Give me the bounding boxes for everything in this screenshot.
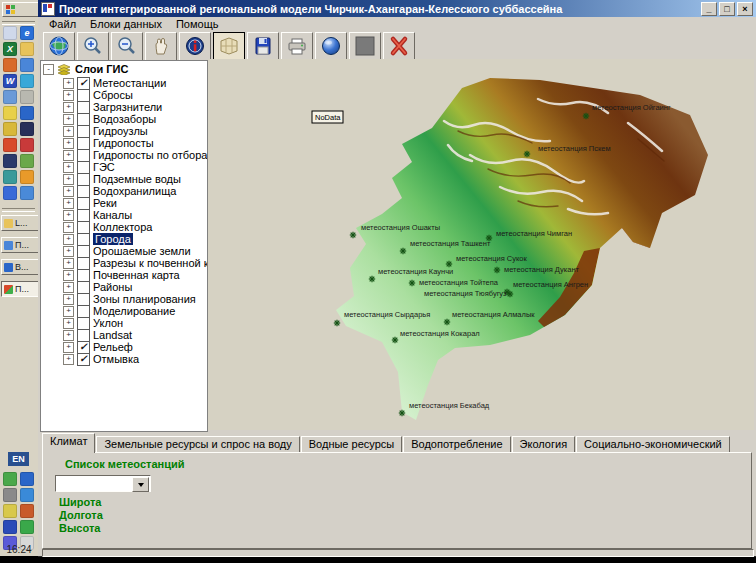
tree-item-gidroposty[interactable]: +Гидропосты: [41, 137, 207, 149]
tray-icon-5[interactable]: [3, 504, 17, 518]
expand-icon[interactable]: +: [63, 306, 74, 317]
tree-item-gidroposty-po-otboram[interactable]: +Гидропосты по отборам: [41, 149, 207, 161]
app-icon-13[interactable]: [3, 122, 17, 136]
tree-item-pochvennaya-karta[interactable]: +Почвенная карта: [41, 269, 207, 281]
tree-item-zony-planirovaniya[interactable]: +Зоны планирования: [41, 293, 207, 305]
tree-item-zagryazniteli[interactable]: +Загрязнители: [41, 101, 207, 113]
zoom-out-button[interactable]: [111, 32, 143, 61]
app-icon-6[interactable]: [20, 58, 34, 72]
tree-item-landsat[interactable]: +Landsat: [41, 329, 207, 341]
expand-icon[interactable]: +: [63, 78, 74, 89]
tree-item-razrezy-k-pochvennoj-karte[interactable]: +Разрезы к почвенной карте: [41, 257, 207, 269]
app-icon-17[interactable]: [3, 154, 17, 168]
folder-icon[interactable]: [20, 42, 34, 56]
ie-icon[interactable]: e: [20, 26, 34, 40]
expand-icon[interactable]: +: [63, 174, 74, 185]
expand-icon[interactable]: +: [63, 198, 74, 209]
tab-vodnye-resursy[interactable]: Водные ресурсы: [301, 436, 402, 453]
collapse-icon[interactable]: -: [43, 64, 54, 75]
tab-vodopotreblenie[interactable]: Водопотребление: [403, 436, 510, 453]
identify-button[interactable]: [179, 32, 211, 61]
expand-icon[interactable]: +: [63, 186, 74, 197]
menu-data-blocks[interactable]: Блоки данных: [84, 18, 168, 30]
expand-icon[interactable]: +: [63, 150, 74, 161]
tree-item-modelirovanie[interactable]: +Моделирование: [41, 305, 207, 317]
gis-layers-tree[interactable]: - Слои ГИС +✓Метеостанции +Сбросы +Загря…: [40, 60, 208, 432]
menu-help[interactable]: Помощь: [170, 18, 225, 30]
language-indicator[interactable]: EN: [8, 452, 29, 466]
expand-icon[interactable]: +: [63, 210, 74, 221]
tree-item-sbrosy[interactable]: +Сбросы: [41, 89, 207, 101]
expand-icon[interactable]: +: [63, 342, 74, 353]
expand-icon[interactable]: +: [63, 102, 74, 113]
app-icon-12[interactable]: [20, 106, 34, 120]
task-button-3[interactable]: В...: [1, 259, 40, 275]
station-dukant[interactable]: метеостанция Дукант: [494, 265, 580, 274]
expand-icon[interactable]: +: [63, 138, 74, 149]
app-icon-11[interactable]: [3, 106, 17, 120]
expand-icon[interactable]: +: [63, 318, 74, 329]
tree-root[interactable]: - Слои ГИС: [41, 63, 207, 75]
excel-icon[interactable]: X: [3, 42, 17, 56]
expand-icon[interactable]: +: [63, 246, 74, 257]
app-icon-1[interactable]: [3, 26, 17, 40]
tab-sotsialno-ekonomicheskij[interactable]: Социально-экономический: [576, 436, 730, 453]
app-icon-20[interactable]: [20, 170, 34, 184]
start-button[interactable]: [2, 2, 39, 17]
expand-icon[interactable]: +: [63, 258, 74, 269]
zoom-in-button[interactable]: [77, 32, 109, 61]
tab-ekologiya[interactable]: Экология: [512, 436, 576, 453]
tray-icon-7[interactable]: [3, 520, 17, 534]
tree-item-vodokhranilishcha[interactable]: +Водохранилища: [41, 185, 207, 197]
save-button[interactable]: [247, 32, 279, 61]
globe-tool-button[interactable]: [315, 32, 347, 61]
titlebar[interactable]: Проект интегрированной региональной моде…: [38, 0, 756, 17]
expand-icon[interactable]: +: [63, 294, 74, 305]
minimize-button[interactable]: _: [701, 2, 717, 16]
close-button[interactable]: ×: [737, 2, 753, 16]
app-icon-5[interactable]: [3, 58, 17, 72]
restore-button[interactable]: □: [719, 2, 735, 16]
app-icon-16[interactable]: [20, 138, 34, 152]
task-button-active[interactable]: П...: [1, 281, 40, 297]
app-icon-10[interactable]: [20, 90, 34, 104]
expand-icon[interactable]: +: [63, 114, 74, 125]
expand-icon[interactable]: +: [63, 234, 74, 245]
tree-item-kanaly[interactable]: +Каналы: [41, 209, 207, 221]
app-icon-22[interactable]: [20, 186, 34, 200]
expand-icon[interactable]: +: [63, 222, 74, 233]
expand-icon[interactable]: +: [63, 282, 74, 293]
tree-item-vodozabory[interactable]: +Водозаборы: [41, 113, 207, 125]
pan-button[interactable]: [145, 32, 177, 61]
tree-item-goroda[interactable]: +Города: [41, 233, 207, 245]
map-canvas[interactable]: NoData метеостанция Ойгаинг метеостанция…: [208, 59, 754, 430]
app-icon-15[interactable]: [3, 138, 17, 152]
checkbox[interactable]: ✓: [77, 353, 90, 366]
tree-item-oroshaemye-zemli[interactable]: +Орошаемые земли: [41, 245, 207, 257]
expand-icon[interactable]: +: [63, 330, 74, 341]
station-combobox[interactable]: [55, 475, 151, 492]
tree-item-podzemnye-vody[interactable]: +Подземные воды: [41, 173, 207, 185]
tab-zemelnye-resursy[interactable]: Земельные ресурсы и спрос на воду: [96, 436, 299, 453]
full-extent-button[interactable]: [43, 32, 75, 61]
tray-icon-1[interactable]: [3, 472, 17, 486]
tree-item-kollektora[interactable]: +Коллектора: [41, 221, 207, 233]
expand-icon[interactable]: +: [63, 90, 74, 101]
blank-tool-button[interactable]: [349, 32, 381, 61]
exit-button[interactable]: [383, 32, 415, 61]
task-button-1[interactable]: L...: [1, 215, 40, 231]
station-tyuyabuguz[interactable]: метеостанция Тюябугуз: [424, 289, 513, 298]
print-button[interactable]: [281, 32, 313, 61]
app-icon-14[interactable]: [20, 122, 34, 136]
tray-icon-4[interactable]: [20, 488, 34, 502]
tray-icon-3[interactable]: [3, 488, 17, 502]
tree-item-otmyvka[interactable]: +✓Отмывка: [41, 353, 207, 365]
task-button-2[interactable]: П...: [1, 237, 40, 253]
app-icon-9[interactable]: [3, 90, 17, 104]
word-icon[interactable]: W: [3, 74, 17, 88]
app-icon-21[interactable]: [3, 186, 17, 200]
expand-icon[interactable]: +: [63, 270, 74, 281]
menu-file[interactable]: Файл: [43, 18, 82, 30]
tree-item-uklon[interactable]: +Уклон: [41, 317, 207, 329]
app-icon-18[interactable]: [20, 154, 34, 168]
